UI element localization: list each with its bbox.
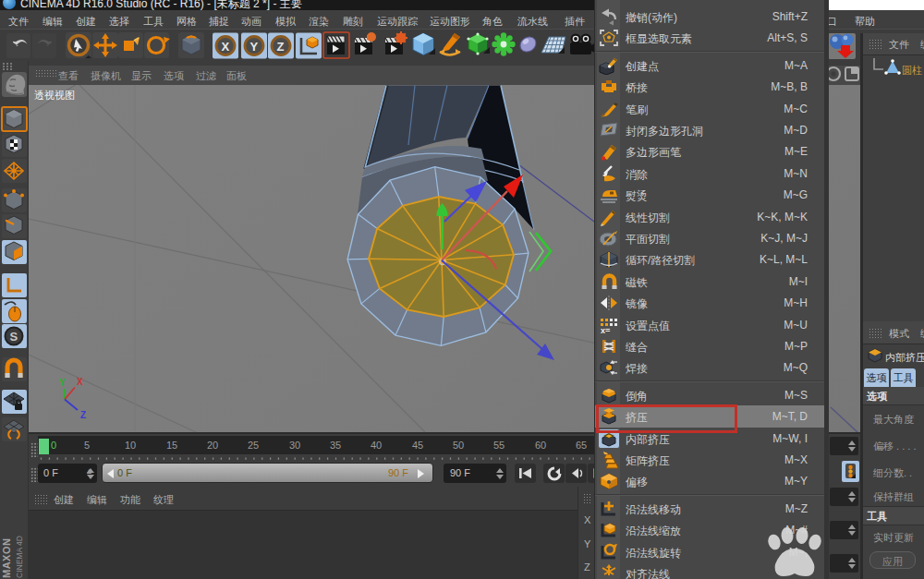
- svg-text:Y: Y: [250, 40, 259, 54]
- svg-text:15: 15: [166, 440, 177, 451]
- svg-text:45: 45: [412, 440, 423, 451]
- svg-text:50: 50: [453, 440, 464, 451]
- svg-text:35: 35: [330, 440, 341, 451]
- svg-text:X: X: [222, 40, 230, 54]
- svg-text:X: X: [77, 377, 83, 387]
- svg-text:55: 55: [493, 440, 505, 451]
- svg-text:CINEMA 4D: CINEMA 4D: [15, 536, 24, 578]
- svg-text:40: 40: [371, 440, 382, 451]
- svg-text:65: 65: [576, 440, 587, 451]
- svg-text:25: 25: [248, 440, 259, 451]
- svg-text:透视视图: 透视视图: [34, 90, 75, 101]
- svg-text:0: 0: [51, 440, 56, 451]
- svg-text:S: S: [10, 330, 18, 344]
- svg-text:30: 30: [289, 440, 300, 451]
- svg-text:Z: Z: [80, 410, 86, 420]
- svg-text:MAXON: MAXON: [1, 538, 12, 578]
- svg-text:20: 20: [207, 440, 218, 451]
- svg-text:10: 10: [125, 440, 136, 451]
- svg-text:5: 5: [84, 440, 90, 451]
- svg-text:x=: x=: [601, 326, 610, 334]
- svg-text:60: 60: [535, 440, 546, 451]
- svg-text:Z: Z: [277, 40, 285, 54]
- svg-text:Y: Y: [59, 378, 66, 388]
